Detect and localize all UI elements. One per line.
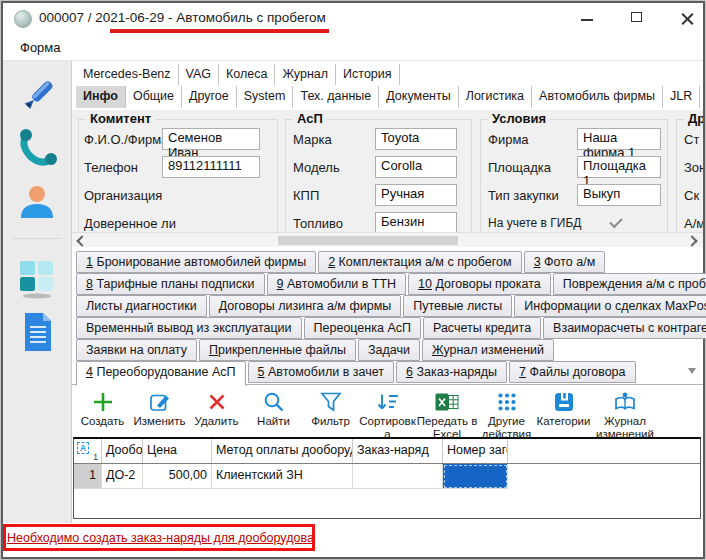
phone-button[interactable]	[3, 123, 71, 173]
fio-firma-input[interactable]: Семенов Иван	[162, 128, 260, 150]
categories-button[interactable]: Категории	[535, 387, 592, 428]
subtab-vremennyj-vyvod[interactable]: Временный вывод из эксплуатации	[76, 317, 302, 339]
delete-button[interactable]: Удалить	[188, 387, 245, 428]
subtab-fajly-dogovora[interactable]: 7 Файлы договора	[509, 361, 635, 383]
export-excel-button[interactable]: Передать в Excel	[416, 387, 478, 441]
document-button[interactable]	[3, 307, 71, 357]
sort-button[interactable]: Сортировка	[359, 387, 416, 441]
tab-mercedes-benz[interactable]: Mercedes-Benz	[76, 64, 179, 85]
col-header-zakaz-naryad[interactable]: Заказ-наряд	[353, 439, 443, 463]
cell-dooborudovanie[interactable]: ДО-2	[102, 464, 143, 489]
subtab-povrezhdeniya[interactable]: Повреждения а/м с пробегом	[553, 273, 706, 295]
pencil-edit-icon	[149, 389, 171, 415]
tab-dokumenty[interactable]: Документы	[379, 86, 458, 108]
subtab-avtomobili-v-zachet[interactable]: 5 Автомобили в зачет	[248, 361, 394, 383]
minimize-button[interactable]	[574, 5, 600, 31]
changelog-button[interactable]: Журнал изменений	[592, 387, 658, 441]
dots-grid-icon	[496, 389, 518, 415]
tab-logistika[interactable]: Логистика	[459, 86, 532, 108]
cell-metod-oplaty[interactable]: Клиентский ЗН	[212, 464, 353, 489]
subtab-avtomobili-ttn[interactable]: 9 Автомобили в ТТН	[267, 273, 407, 295]
title-bar: 000007 / 2021-06-29 - Автомобиль с пробе…	[3, 3, 703, 36]
subtab-dogovory-prokata[interactable]: 10 Договоры проката	[408, 273, 551, 295]
subtab-komplektaciya[interactable]: 2 Комплектация а/м с пробегом	[318, 251, 522, 273]
close-button[interactable]	[674, 5, 700, 31]
marka-input[interactable]: Toyota	[375, 128, 457, 150]
toplivo-input[interactable]: Бензин	[375, 212, 457, 232]
tab-bmw[interactable]: BMW	[700, 86, 706, 108]
tab-zhurnal[interactable]: Журнал	[275, 64, 336, 85]
phone-input[interactable]: 89112111111	[162, 156, 260, 178]
subtab-foto[interactable]: 3 Фото а/м	[524, 251, 606, 273]
form-horizontal-scrollbar[interactable]	[72, 232, 703, 247]
red-annotation-underline	[110, 29, 329, 33]
grid-tiles-icon	[14, 255, 60, 301]
warning-link[interactable]: Необходимо создать заказ-наряды для дооб…	[6, 531, 315, 545]
subtab-prikreplennye-fajly[interactable]: Прикрепленные файлы	[199, 339, 356, 361]
scroll-right-icon[interactable]	[686, 235, 697, 246]
subtab-bronirovanie[interactable]: 1 Бронирование автомобилей фирмы	[76, 251, 316, 273]
tab-obschie[interactable]: Общие	[126, 86, 182, 108]
maximize-button[interactable]	[624, 5, 650, 31]
col-header-metod-oplaty[interactable]: Метод оплаты дооборудования	[212, 439, 353, 463]
subtab-zakaz-naryady[interactable]: 6 Заказ-наряды	[396, 361, 507, 383]
create-button[interactable]: Создать	[74, 387, 131, 428]
tab-info[interactable]: Инфо	[76, 86, 126, 108]
firma-label: Фирма	[488, 132, 529, 147]
scrollbar-thumb[interactable]	[278, 236, 458, 245]
tip-zakupki-input[interactable]: Выкуп	[577, 184, 661, 206]
tab-avtomobil-firmy[interactable]: Автомобиль фирмы	[532, 86, 663, 108]
subtab-vzaimoraschety[interactable]: Взаиморасчеты с контрагентами	[543, 317, 706, 339]
tab-jlr[interactable]: JLR	[663, 86, 700, 108]
subtab-raschety-kredita[interactable]: Расчеты кредита	[423, 317, 541, 339]
dr-label-2: Зон	[684, 160, 703, 175]
plus-icon	[92, 389, 114, 415]
col-header-dooborudovanie[interactable]: Дообо...	[102, 439, 143, 463]
tab-drugoe[interactable]: Другое	[182, 86, 237, 108]
subtab-dogovory-lizinga[interactable]: Договоры лизинга а/м фирмы	[209, 295, 402, 317]
tab-vag[interactable]: VAG	[179, 64, 219, 85]
equipment-table: A 1 Дообо... Цена Метод оплаты дооборудо…	[73, 437, 701, 519]
model-input[interactable]: Corolla	[375, 156, 457, 178]
cell-nomer-selected[interactable]	[443, 464, 508, 489]
pen-tool-button[interactable]	[3, 71, 71, 121]
modules-button[interactable]	[3, 253, 71, 303]
subtab-putevye-listy[interactable]: Путевые листы	[403, 295, 512, 317]
find-button[interactable]: Найти	[245, 387, 302, 428]
col-header-nomer[interactable]: Номер заго...	[443, 439, 508, 463]
table-corner-cell[interactable]: A 1	[74, 439, 102, 463]
group-usloviya-title: Условия	[488, 111, 550, 126]
menu-forma[interactable]: Форма	[16, 39, 65, 56]
filter-funnel-icon	[320, 389, 342, 415]
col-header-cena[interactable]: Цена	[143, 439, 212, 463]
document-icon	[17, 310, 57, 354]
kpp-input[interactable]: Ручная	[375, 184, 457, 206]
edit-button[interactable]: Изменить	[131, 387, 188, 428]
tab-tech-dannye[interactable]: Тех. данные	[293, 86, 379, 108]
scroll-left-icon[interactable]	[76, 235, 87, 246]
cell-cena[interactable]: 500,00	[143, 464, 212, 489]
subtab-tarifnye-plany[interactable]: 8 Тарифные планы подписки	[76, 273, 265, 295]
filter-button[interactable]: Фильтр	[302, 387, 359, 428]
sort-icon	[376, 389, 400, 415]
dr-label-3: Ск	[684, 188, 699, 203]
firma-input[interactable]: Наша фирма 1	[577, 128, 661, 150]
user-button[interactable]	[3, 177, 71, 227]
tab-system[interactable]: System	[237, 86, 294, 108]
subtab-row-1: 1 Бронирование автомобилей фирмы2 Компле…	[76, 251, 607, 273]
subtab-zadachi[interactable]: Задачи	[358, 339, 420, 361]
subtab-maxposter[interactable]: Информации о сделках MaxPoster	[514, 295, 706, 317]
subtab-pereocenka[interactable]: Переоценка АсП	[304, 317, 421, 339]
cell-zakaz-naryad[interactable]	[353, 464, 443, 489]
tab-kolesa[interactable]: Колеса	[219, 64, 275, 85]
tab-istoriya[interactable]: История	[336, 64, 399, 85]
row-number-cell[interactable]: 1	[74, 464, 102, 489]
ploschadka-input[interactable]: Площадка 1	[577, 156, 661, 178]
tab-overflow-dropdown-icon[interactable]	[688, 368, 696, 378]
subtab-zhurnal-izmenenij[interactable]: Журнал изменений	[422, 339, 554, 361]
subtab-pereoborudovanie-active[interactable]: 4 Переоборудование АсП	[76, 361, 246, 386]
subtab-listy-diagnostiki[interactable]: Листы диагностики	[76, 295, 207, 317]
more-actions-button[interactable]: Другие действия	[478, 387, 535, 441]
toolbar: Создать Изменить Удалить Найти Ф	[74, 387, 658, 441]
subtab-zayavki-na-oplatu[interactable]: Заявки на оплату	[76, 339, 197, 361]
